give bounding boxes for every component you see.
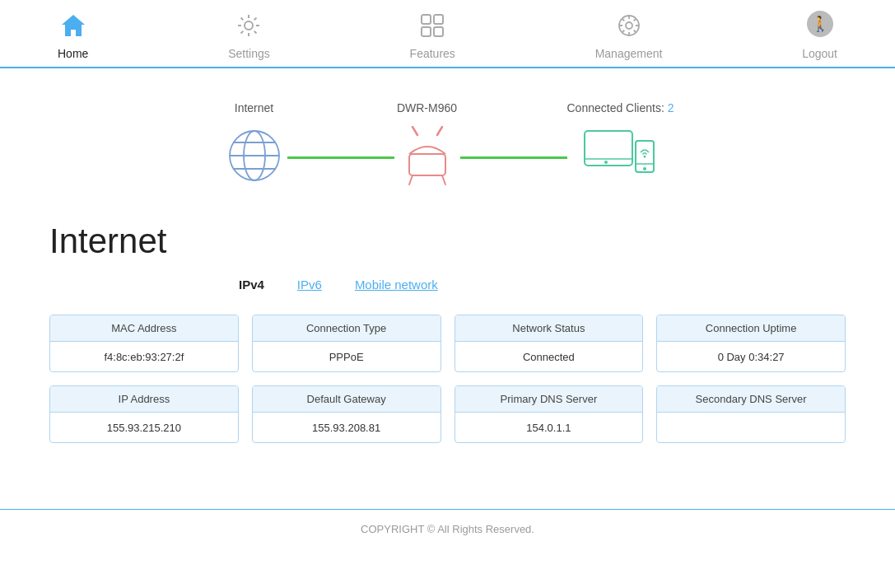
footer-text: COPYRIGHT © All Rights Reserved. xyxy=(361,523,534,535)
nav-logout[interactable]: 🚶 Logout xyxy=(777,0,862,67)
nav-bar: Home Settings Features xyxy=(0,0,895,68)
info-grid-row1: MAC Address f4:8c:eb:93:27:2f Connection… xyxy=(49,315,846,372)
svg-rect-5 xyxy=(434,27,443,36)
internet-title: Internet xyxy=(49,222,846,261)
internet-section: Internet IPv4 IPv6 Mobile network MAC Ad… xyxy=(0,205,895,476)
footer: COPYRIGHT © All Rights Reserved. xyxy=(0,509,895,548)
internet-label: Internet xyxy=(235,101,273,114)
svg-rect-2 xyxy=(422,15,431,24)
card-mac-address: MAC Address f4:8c:eb:93:27:2f xyxy=(49,315,239,372)
connection-line-1 xyxy=(287,156,394,159)
card-conn-type-value: PPPoE xyxy=(253,342,441,371)
card-pdns-value: 154.0.1.1 xyxy=(455,413,643,442)
tab-mobile-network[interactable]: Mobile network xyxy=(355,278,438,295)
svg-line-19 xyxy=(442,175,445,184)
svg-line-15 xyxy=(413,127,417,135)
settings-icon xyxy=(236,13,261,44)
svg-rect-4 xyxy=(422,27,431,36)
card-network-status: Network Status Connected xyxy=(454,315,644,372)
nav-features-label: Features xyxy=(410,47,455,60)
card-secondary-dns: Secondary DNS Server xyxy=(656,385,846,443)
svg-point-26 xyxy=(643,167,646,170)
card-uptime: Connection Uptime 0 Day 0:34:27 xyxy=(656,315,846,372)
connection-line-2 xyxy=(460,156,567,159)
card-pdns-header: Primary DNS Server xyxy=(455,386,643,413)
features-icon xyxy=(420,13,445,44)
svg-line-18 xyxy=(409,175,413,184)
card-sdns-header: Secondary DNS Server xyxy=(657,386,845,413)
logout-icon: 🚶 xyxy=(806,10,834,44)
svg-rect-17 xyxy=(409,154,445,175)
svg-point-1 xyxy=(245,21,253,30)
card-gateway-value: 155.93.208.81 xyxy=(253,413,441,442)
nav-management-label: Management xyxy=(595,47,663,60)
nav-settings-label: Settings xyxy=(228,47,270,60)
internet-node: Internet xyxy=(221,101,287,189)
management-icon xyxy=(617,13,641,44)
nav-home[interactable]: Home xyxy=(33,3,113,67)
svg-line-16 xyxy=(437,127,442,135)
svg-rect-20 xyxy=(585,131,632,166)
home-icon xyxy=(60,13,86,44)
tab-ipv4[interactable]: IPv4 xyxy=(239,278,264,295)
svg-text:🚶: 🚶 xyxy=(811,15,830,33)
network-diagram: Internet DWR-M960 Connected Cl xyxy=(0,68,895,205)
card-net-status-value: Connected xyxy=(455,342,643,371)
card-primary-dns: Primary DNS Server 154.0.1.1 xyxy=(454,385,644,443)
nav-logout-label: Logout xyxy=(802,47,837,60)
tabs-bar: IPv4 IPv6 Mobile network xyxy=(49,278,846,295)
card-sdns-value xyxy=(657,413,845,442)
card-gateway-header: Default Gateway xyxy=(253,386,441,413)
card-ip-value: 155.93.215.210 xyxy=(50,413,238,442)
nav-management[interactable]: Management xyxy=(571,3,688,67)
tab-ipv6[interactable]: IPv6 xyxy=(297,278,322,295)
clients-node: Connected Clients: 2 xyxy=(567,101,674,189)
card-connection-type: Connection Type PPPoE xyxy=(252,315,441,372)
card-mac-header: MAC Address xyxy=(50,315,238,342)
nav-settings[interactable]: Settings xyxy=(203,3,295,67)
router-node: DWR-M960 xyxy=(394,101,460,189)
svg-point-27 xyxy=(644,156,646,158)
svg-point-23 xyxy=(604,161,608,164)
card-conn-type-header: Connection Type xyxy=(253,315,441,342)
router-label: DWR-M960 xyxy=(397,101,457,114)
nav-home-label: Home xyxy=(58,47,88,60)
nav-features[interactable]: Features xyxy=(385,3,480,67)
card-ip-header: IP Address xyxy=(50,386,238,413)
card-ip-address: IP Address 155.93.215.210 xyxy=(49,385,239,443)
info-grid-row2: IP Address 155.93.215.210 Default Gatewa… xyxy=(49,385,846,443)
clients-label: Connected Clients: 2 xyxy=(567,101,674,114)
svg-rect-3 xyxy=(434,15,443,24)
svg-marker-0 xyxy=(62,15,85,36)
card-uptime-header: Connection Uptime xyxy=(657,315,845,342)
card-mac-value: f4:8c:eb:93:27:2f xyxy=(50,342,238,371)
card-gateway: Default Gateway 155.93.208.81 xyxy=(252,385,441,443)
card-net-status-header: Network Status xyxy=(455,315,643,342)
card-uptime-value: 0 Day 0:34:27 xyxy=(657,342,845,371)
svg-point-7 xyxy=(626,22,632,29)
